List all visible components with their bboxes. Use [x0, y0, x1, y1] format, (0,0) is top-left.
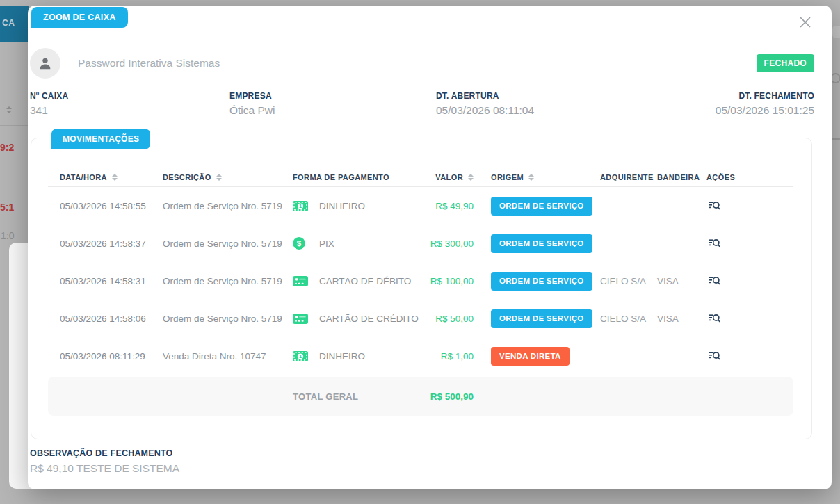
column-header-descricao[interactable]: DESCRIÇÃO: [163, 173, 293, 181]
cash-icon: 1: [293, 201, 308, 211]
movements-table: DATA/HORA DESCRIÇÃO FORMA DE PAGAMENTO V…: [48, 168, 793, 416]
column-header-acoes: AÇÕES: [706, 173, 793, 181]
payment-label: DINHEIRO: [319, 201, 365, 211]
row-value: R$ 300,00: [425, 238, 474, 249]
cash-icon: 1: [293, 351, 308, 361]
row-acquirer: CIELO S/A: [600, 314, 657, 324]
row-payment: 1 $ CARTÃO DE DÉBITO: [293, 276, 425, 286]
column-header-valor[interactable]: VALOR: [425, 173, 474, 181]
view-details-button[interactable]: [706, 236, 722, 250]
column-header-adquirente: ADQUIRENTE: [600, 173, 657, 181]
row-datetime: 05/03/2026 08:11:29: [60, 351, 163, 361]
field-value: 341: [30, 104, 68, 117]
observation-label: OBSERVAÇÃO DE FECHAMENTO: [30, 448, 179, 458]
user-name: Password Interativa Sistemas: [78, 57, 220, 70]
list-search-icon: [708, 275, 720, 286]
total-row: TOTAL GERAL R$ 500,90: [48, 377, 793, 416]
column-header-bandeira: BANDEIRA: [657, 173, 706, 181]
background-button-fragment: [832, 26, 840, 38]
tab-movimentacoes[interactable]: MOVIMENTAÇÕES: [51, 129, 150, 149]
field-value: 05/03/2026 08:11:04: [436, 104, 534, 117]
observation-section: OBSERVAÇÃO DE FECHAMENTO R$ 49,10 TESTE …: [30, 448, 179, 475]
total-value: R$ 500,90: [425, 391, 474, 402]
background-text-fragment: 9:2: [0, 142, 14, 153]
row-description: Ordem de Serviço Nro. 5719: [163, 314, 293, 324]
list-search-icon: [708, 238, 720, 249]
pix-icon: $: [293, 237, 305, 250]
observation-value: R$ 49,10 TESTE DE SISTEMA: [30, 462, 179, 475]
row-datetime: 05/03/2026 14:58:06: [60, 314, 163, 324]
row-description: Ordem de Serviço Nro. 5719: [163, 238, 293, 249]
column-header-data-hora[interactable]: DATA/HORA: [60, 173, 163, 181]
field-numero-caixa: Nº CAIXA 341: [30, 91, 68, 117]
row-payment: 1 $ CARTÃO DE CRÉDITO: [293, 314, 425, 324]
close-icon: [798, 15, 812, 29]
row-description: Ordem de Serviço Nro. 5719: [163, 276, 293, 286]
svg-text:1: 1: [299, 203, 302, 209]
table-header-row: DATA/HORA DESCRIÇÃO FORMA DE PAGAMENTO V…: [48, 168, 793, 187]
background-text-fragment: 1:0: [1, 230, 14, 241]
background-divider: [0, 125, 28, 126]
list-search-icon: [708, 200, 720, 211]
row-description: Venda Direta Nro. 10747: [163, 351, 293, 361]
zoom-de-caixa-modal: ZOOM DE CAIXA Password Interativa Sistem…: [28, 6, 832, 489]
svg-text:$: $: [297, 239, 302, 247]
column-header-origem[interactable]: ORIGEM: [474, 173, 600, 181]
row-brand: VISA: [657, 314, 706, 324]
background-circle-fragment: [830, 73, 840, 83]
row-datetime: 05/03/2026 14:58:37: [60, 238, 163, 249]
field-label: DT. FECHAMENTO: [716, 91, 814, 101]
column-header-forma-pagamento: FORMA DE PAGAMENTO: [293, 173, 425, 181]
close-button[interactable]: [797, 14, 814, 31]
row-payment: 1 $ PIX: [293, 237, 425, 250]
row-datetime: 05/03/2026 14:58:31: [60, 276, 163, 286]
sort-icon[interactable]: [112, 174, 118, 181]
zoom-de-caixa-tab[interactable]: ZOOM DE CAIXA: [31, 7, 128, 28]
origin-badge: ORDEM DE SERVIÇO: [491, 272, 592, 291]
view-details-button[interactable]: [706, 349, 722, 363]
sort-icon[interactable]: [468, 174, 474, 181]
view-details-button[interactable]: [706, 199, 722, 213]
row-brand: VISA: [657, 276, 706, 286]
list-search-icon: [708, 313, 720, 324]
status-badge: FECHADO: [757, 54, 814, 72]
background-sort-icon: [6, 106, 12, 113]
card-icon: [293, 276, 308, 286]
field-dt-fechamento: DT. FECHAMENTO 05/03/2026 15:01:25: [716, 91, 814, 117]
origin-badge: VENDA DIRETA: [491, 347, 570, 366]
table-row: 05/03/2026 14:58:37 Ordem de Serviço Nro…: [48, 225, 793, 262]
table-row: 05/03/2026 14:58:55 Ordem de Serviço Nro…: [48, 187, 793, 225]
list-search-icon: [708, 350, 720, 361]
payment-label: PIX: [319, 238, 334, 249]
row-value: R$ 50,00: [425, 314, 474, 324]
payment-label: CARTÃO DE CRÉDITO: [319, 314, 419, 324]
table-body: 05/03/2026 14:58:55 Ordem de Serviço Nro…: [48, 187, 793, 375]
movements-card: DATA/HORA DESCRIÇÃO FORMA DE PAGAMENTO V…: [31, 138, 812, 439]
user-row: Password Interativa Sistemas: [30, 48, 220, 79]
table-row: 05/03/2026 14:58:06 Ordem de Serviço Nro…: [48, 300, 793, 337]
row-payment: 1 $ DINHEIRO: [293, 351, 425, 361]
row-value: R$ 1,00: [425, 351, 474, 361]
field-value: Ótica Pwi: [229, 104, 275, 117]
person-icon: [38, 56, 53, 71]
svg-text:1: 1: [299, 353, 302, 359]
table-row: 05/03/2026 14:58:31 Ordem de Serviço Nro…: [48, 262, 793, 300]
row-payment: 1 $ DINHEIRO: [293, 201, 425, 211]
background-sidebar-text: CA: [2, 18, 15, 28]
field-label: EMPRESA: [229, 91, 275, 101]
background-text-fragment: 5:1: [0, 202, 14, 213]
view-details-button[interactable]: [706, 311, 722, 325]
field-label: DT. ABERTURA: [436, 91, 534, 101]
header-fields: Nº CAIXA 341 EMPRESA Ótica Pwi DT. ABERT…: [30, 91, 814, 122]
row-value: R$ 100,00: [425, 276, 474, 286]
table-row: 05/03/2026 08:11:29 Venda Direta Nro. 10…: [48, 337, 793, 375]
background-line-fragment: [832, 138, 840, 140]
row-description: Ordem de Serviço Nro. 5719: [163, 201, 293, 211]
sort-icon[interactable]: [528, 174, 534, 181]
avatar: [30, 48, 60, 79]
row-value: R$ 49,90: [425, 201, 474, 211]
field-label: Nº CAIXA: [30, 91, 68, 101]
sort-icon[interactable]: [216, 174, 222, 181]
view-details-button[interactable]: [706, 274, 722, 288]
total-label: TOTAL GERAL: [293, 391, 425, 402]
